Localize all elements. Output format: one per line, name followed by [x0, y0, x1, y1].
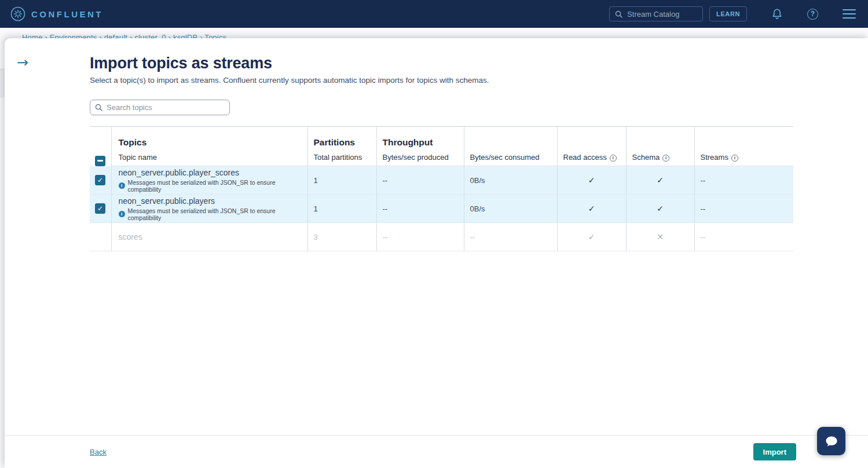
column-bytes-consumed: Bytes/sec consumed [470, 153, 540, 162]
table-group-header-row: Topics Partitions Throughput [90, 127, 793, 149]
topic-name: neon_server.public.players [119, 196, 302, 206]
search-icon [95, 104, 102, 111]
bytes-consumed-value: 0B/s [470, 176, 485, 185]
topic-note: i Messages must be serialized with JSON_… [119, 207, 302, 221]
streams-value: -- [701, 233, 706, 242]
info-icon: i [119, 182, 125, 189]
page-subtitle: Select a topic(s) to import as streams. … [90, 76, 793, 85]
row-checkbox[interactable]: ✓ [95, 175, 105, 185]
bytes-produced-value: -- [383, 204, 388, 213]
topic-note: i Messages must be serialized with JSON_… [119, 179, 302, 193]
search-topics-box[interactable] [90, 100, 230, 115]
stream-catalog-input[interactable] [627, 10, 691, 19]
info-icon[interactable]: i [662, 155, 669, 162]
learn-button[interactable]: LEARN [709, 6, 747, 21]
table-row[interactable]: ✓ neon_server.public.player_scores i Mes… [90, 166, 793, 195]
column-bytes-produced: Bytes/sec produced [383, 153, 449, 162]
total-partitions-value: 3 [314, 233, 318, 242]
bytes-consumed-value: -- [470, 233, 475, 242]
search-topics-input[interactable] [107, 103, 225, 112]
search-icon [615, 10, 622, 18]
back-link[interactable]: Back [90, 448, 107, 456]
table-row[interactable]: ✓ neon_server.public.players i Messages … [90, 195, 793, 223]
column-streams: Streams [701, 153, 728, 162]
top-navbar: CONFLUENT LEARN ? [0, 0, 868, 28]
column-group-topics: Topics [119, 137, 147, 147]
chat-bubble-icon [824, 434, 839, 449]
topic-name: scores [119, 232, 302, 242]
table-row[interactable]: ✓ scores 3 -- -- ✓ ✕ -- [90, 223, 793, 251]
hamburger-menu-icon[interactable] [843, 9, 856, 19]
confluent-logo-icon [10, 6, 25, 21]
streams-value: -- [701, 176, 706, 185]
collapse-panel-arrow-icon[interactable]: → [17, 56, 28, 70]
info-icon[interactable]: i [610, 155, 617, 162]
brand-name: CONFLUENT [31, 9, 103, 19]
help-icon[interactable]: ? [807, 9, 818, 20]
info-icon[interactable]: i [731, 155, 738, 162]
column-group-partitions: Partitions [314, 137, 355, 147]
page-title: Import topics as streams [90, 54, 793, 72]
read-access-mark: ✓ [588, 176, 595, 185]
chat-widget-button[interactable] [817, 427, 845, 455]
notifications-bell-icon[interactable] [771, 8, 783, 20]
schema-mark: ✕ [657, 232, 664, 242]
column-schema: Schema [632, 153, 660, 162]
confluent-logo[interactable]: CONFLUENT [10, 6, 103, 21]
table-sub-header-row: Topic name Total partitions Bytes/sec pr… [90, 149, 793, 166]
row-checkbox[interactable]: ✓ [95, 203, 105, 214]
total-partitions-value: 1 [314, 176, 318, 185]
topics-table: Topics Partitions Throughput Topic name … [90, 126, 793, 251]
streams-value: -- [701, 204, 706, 213]
import-button[interactable]: Import [753, 443, 796, 460]
column-topic-name: Topic name [119, 153, 157, 162]
column-total-partitions: Total partitions [314, 153, 362, 162]
topic-name: neon_server.public.player_scores [119, 168, 302, 178]
total-partitions-value: 1 [314, 204, 318, 213]
read-access-mark: ✓ [588, 232, 595, 242]
schema-mark: ✓ [657, 204, 664, 213]
stream-catalog-search[interactable] [609, 6, 703, 21]
select-all-checkbox[interactable] [95, 156, 105, 166]
read-access-mark: ✓ [588, 204, 595, 213]
panel-footer: Back Import [5, 435, 868, 468]
bytes-produced-value: -- [383, 233, 388, 242]
column-read-access: Read access [563, 153, 607, 162]
bytes-produced-value: -- [383, 176, 388, 185]
import-topics-panel: → Import topics as streams Select a topi… [5, 38, 868, 468]
bytes-consumed-value: 0B/s [470, 204, 485, 213]
info-icon: i [119, 211, 125, 217]
column-group-throughput: Throughput [383, 137, 433, 147]
schema-mark: ✓ [657, 176, 664, 185]
